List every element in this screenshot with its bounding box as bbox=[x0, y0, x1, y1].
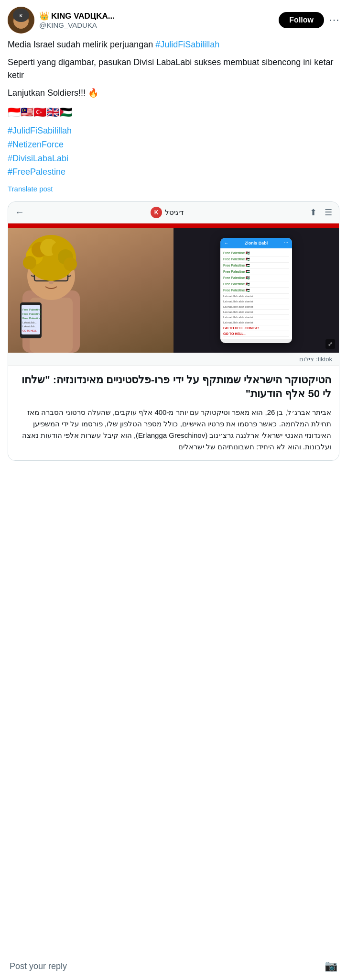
svg-point-23 bbox=[64, 257, 77, 271]
svg-point-22 bbox=[23, 256, 36, 269]
person-area: Free Palestine Free Palestine Free Pales… bbox=[8, 228, 174, 353]
browser-title: K דיגיטל bbox=[151, 207, 184, 218]
svg-point-15 bbox=[49, 280, 54, 284]
svg-text:Free Palestine: Free Palestine bbox=[22, 317, 41, 320]
svg-text:Laknatullah...: Laknatullah... bbox=[22, 321, 37, 324]
article-content: הטיקטוקר הישראלי שמותקף על ידי פרו-פלסטי… bbox=[8, 366, 339, 460]
chat-header: ← Zionis Babi ⋯ bbox=[220, 238, 292, 248]
svg-text:Free Palestine: Free Palestine bbox=[22, 312, 41, 315]
more-options-icon[interactable]: ⋯ bbox=[329, 14, 339, 26]
hashtag-4[interactable]: #FreePalestine bbox=[8, 165, 339, 179]
display-name: 👑 KING VADЦKA... bbox=[39, 11, 115, 21]
chat-body: Free Palestine 🇵🇸 Free Palestine 🇵🇸 Free… bbox=[220, 248, 292, 339]
translate-post-link[interactable]: Translate post bbox=[8, 184, 339, 195]
post-body: Media Israel sudah melirik perjuangan #J… bbox=[8, 38, 339, 195]
browser-logo-icon: K bbox=[151, 207, 162, 218]
camera-icon[interactable]: 📷 bbox=[325, 960, 337, 972]
reply-bar: Post your reply 📷 bbox=[0, 952, 347, 980]
red-bar bbox=[8, 223, 339, 228]
svg-text:K: K bbox=[20, 13, 23, 18]
post-container: K 👑 KING VADЦKA... @KING_VADUKA Follow ⋯… bbox=[0, 0, 347, 506]
tiktok-credit: צילום :tiktok bbox=[8, 353, 339, 366]
article-image: Free Palestine Free Palestine Free Pales… bbox=[8, 228, 339, 353]
reply-placeholder[interactable]: Post your reply bbox=[10, 961, 67, 971]
hashtag-1[interactable]: #JulidFiSabilillah bbox=[8, 124, 339, 138]
svg-text:Laknatullah...: Laknatullah... bbox=[22, 325, 37, 328]
svg-text:GO TO HELL: GO TO HELL bbox=[22, 329, 37, 332]
phone-chat-area: ← Zionis Babi ⋯ Free Palestine 🇵🇸 Free P… bbox=[174, 228, 339, 353]
browser-share-icon[interactable]: ⬆ bbox=[310, 207, 317, 218]
username: @KING_VADUKA bbox=[39, 21, 115, 29]
expand-icon: ⤢ bbox=[325, 339, 335, 349]
avatar: K bbox=[8, 7, 34, 33]
hashtag-inline[interactable]: #JulidFiSabilillah bbox=[155, 40, 219, 49]
person-illustration: Free Palestine Free Palestine Free Pales… bbox=[8, 228, 94, 353]
browser-bar: ← K דיגיטל ⬆ ☰ bbox=[8, 202, 339, 223]
browser-menu-icon[interactable]: ☰ bbox=[325, 207, 332, 218]
flag-emojis: 🇮🇩🇲🇾🇹🇷🇬🇧🇵🇸 bbox=[8, 104, 339, 120]
article-title: הטיקטוקר הישראלי שמותקף על ידי פרו-פלסטי… bbox=[16, 373, 331, 401]
phone-mockup: ← Zionis Babi ⋯ Free Palestine 🇵🇸 Free P… bbox=[220, 238, 292, 343]
hashtag-3[interactable]: #DivisiLabaLabi bbox=[8, 152, 339, 166]
crown-icon: 👑 bbox=[39, 11, 49, 21]
post-header: K 👑 KING VADЦKA... @KING_VADUKA Follow ⋯ bbox=[8, 7, 339, 33]
svg-text:Free Palestine: Free Palestine bbox=[22, 308, 41, 311]
article-body: אביתר אברג׳ל, בן 26, הוא מאפר וטיקטוקר ע… bbox=[16, 407, 331, 453]
hashtag-2[interactable]: #NetizenForce bbox=[8, 138, 339, 152]
back-arrow: ← bbox=[224, 241, 228, 245]
embedded-card: ← K דיגיטל ⬆ ☰ bbox=[8, 201, 339, 461]
browser-back-button[interactable]: ← bbox=[15, 207, 24, 218]
follow-button[interactable]: Follow bbox=[279, 12, 324, 28]
hashtags-block: #JulidFiSabilillah #NetizenForce #Divisi… bbox=[8, 124, 339, 179]
